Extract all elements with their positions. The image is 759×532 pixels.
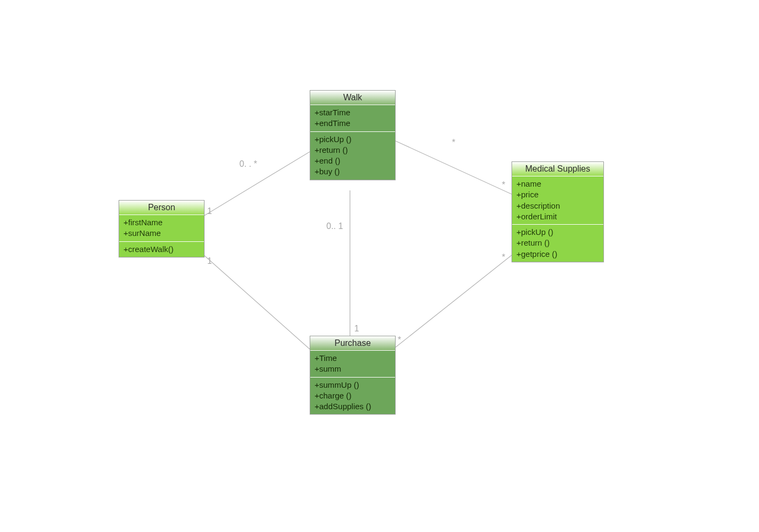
method: +end () [315,156,391,166]
mult-walk-medical-walk: * [452,138,455,147]
class-purchase-title: Purchase [310,336,395,351]
method: +pickUp () [315,134,391,145]
class-purchase-methods: +summUp () +charge () +addSupplies () [310,378,395,415]
method: +addSupplies () [315,401,391,412]
method: +return () [516,238,599,248]
mult-purchase-medical-purchase: * [398,335,401,345]
attr: +starTime [315,107,391,118]
class-medical-supplies[interactable]: Medical Supplies +name +price +descripti… [512,161,604,262]
method: +createWalk() [123,244,200,255]
mult-purchase-medical-medical: * [502,253,505,262]
attr: +price [516,189,599,200]
class-medical-attributes: +name +price +description +orderLimit [512,176,603,225]
attr: +surName [123,228,200,239]
class-walk-methods: +pickUp () +return () +end () +buy () [310,132,395,180]
mult-person-walk-person: 1 [207,206,212,216]
attr: +endTime [315,118,391,129]
attr: +orderLimit [516,211,599,222]
class-walk-attributes: +starTime +endTime [310,105,395,132]
assoc-purchase-medical [395,255,512,348]
assoc-walk-medical [395,141,512,194]
class-medical-methods: +pickUp () +return () +getprice () [512,225,603,262]
method: +summUp () [315,380,391,390]
mult-walk-medical-medical: * [502,180,505,190]
method: +return () [315,145,391,156]
attr: +firstName [123,217,200,228]
class-purchase[interactable]: Purchase +Time +summ +summUp () +charge … [310,336,396,415]
assoc-person-purchase [203,255,310,349]
class-person[interactable]: Person +firstName +surName +createWalk() [119,200,205,257]
method: +getprice () [516,249,599,260]
method: +buy () [315,166,391,177]
attr: +Time [315,353,391,364]
class-purchase-attributes: +Time +summ [310,351,395,378]
mult-person-purchase-person: 1 [207,256,212,266]
class-person-methods: +createWalk() [119,242,204,257]
attr: +name [516,179,599,189]
class-medical-title: Medical Supplies [512,162,603,176]
associations-layer [0,0,759,532]
method: +pickUp () [516,227,599,238]
mult-walk-purchase-purchase: 1 [354,324,359,334]
class-walk-title: Walk [310,91,395,105]
attr: +description [516,201,599,211]
class-walk[interactable]: Walk +starTime +endTime +pickUp () +retu… [310,90,396,180]
class-person-title: Person [119,201,204,215]
mult-person-walk-walk: 0. . * [239,159,257,169]
attr: +summ [315,364,391,374]
method: +charge () [315,390,391,401]
class-person-attributes: +firstName +surName [119,215,204,242]
uml-class-diagram: Person +firstName +surName +createWalk()… [0,0,759,532]
mult-walk-purchase-walk: 0.. 1 [326,221,343,231]
